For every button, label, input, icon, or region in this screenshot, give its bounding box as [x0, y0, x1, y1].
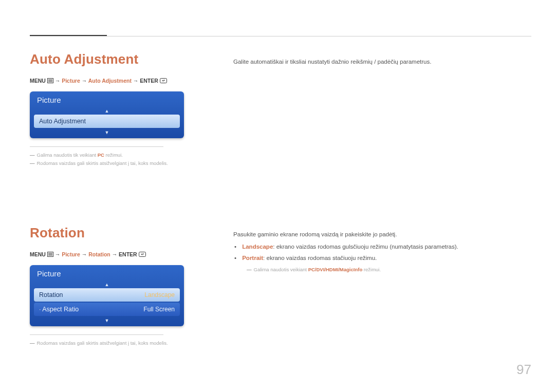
footnote-text-post: režimui. — [104, 152, 123, 158]
footnote-model-vary: ―Rodomas vaizdas gali skirtis atsižvelgi… — [30, 159, 205, 167]
list-item-portrait: Portrait: ekrano vaizdas rodomas stačiuo… — [240, 253, 531, 264]
section-rotation-body: Pasukite gaminio ekrane rodomą vaizdą ir… — [233, 229, 531, 274]
osd-item-label: Auto Adjustment — [39, 118, 86, 125]
footnote-model-vary: ―Rodomas vaizdas gali skirtis atsižvelgi… — [30, 339, 205, 347]
section-rotation-left: Rotation MENU → Picture → Rotation → ENT… — [30, 225, 205, 347]
osd-title: Picture — [30, 91, 184, 107]
footnote-rule — [30, 146, 163, 147]
osd-item-label: Rotation — [39, 291, 63, 298]
menu-path-auto-adjustment: MENU → Picture → Auto Adjustment → ENTER — [30, 78, 205, 84]
path-enter-label: ENTER — [119, 251, 137, 257]
path-menu-label: MENU — [30, 78, 46, 84]
osd-scroll-up: ▲ — [30, 281, 184, 287]
footnote-text: Rodomas vaizdas gali skirtis atsižvelgia… — [37, 160, 168, 166]
top-rule-accent — [30, 35, 107, 36]
path-seg-picture: Picture — [62, 78, 80, 84]
osd-title: Picture — [30, 265, 184, 281]
sub-note-modes: ―Galima naudotis veikiant PC/DVI/HDMI/Ma… — [233, 265, 531, 274]
triangle-up-icon: ▲ — [105, 282, 109, 287]
menu-path-rotation: MENU → Picture → Rotation → ENTER — [30, 251, 205, 258]
triangle-up-icon: ▲ — [105, 108, 109, 114]
path-menu-label: MENU — [30, 251, 46, 257]
dash-icon: ― — [30, 340, 35, 346]
section-auto-adjustment-left: Auto Adjustment MENU → Picture → Auto Ad… — [30, 51, 205, 167]
footnote-text: Rodomas vaizdas gali skirtis atsižvelgia… — [37, 340, 168, 346]
osd-item-aspect-ratio: Aspect Ratio Full Screen — [34, 303, 180, 316]
page-root: Auto Adjustment MENU → Picture → Auto Ad… — [0, 0, 555, 392]
osd-item-rotation: Rotation Landscape — [34, 288, 180, 302]
body-text: Galite automatiškai ir tiksliai nustatyt… — [233, 59, 431, 65]
osd-item-auto-adjustment: Auto Adjustment — [34, 115, 180, 128]
dash-icon: ― — [30, 152, 35, 158]
sub-note-highlight: PC/DVI/HDMI/MagicInfo — [308, 267, 363, 272]
osd-item-value: Landscape — [144, 291, 175, 298]
term-portrait-desc: : ekrano vaizdas rodomas stačiuoju režim… — [263, 255, 377, 261]
sub-note-post: režimui. — [362, 267, 381, 272]
footnote-rule — [30, 334, 163, 335]
term-landscape-desc: : ekrano vaizdas rodomas gulsčiuoju reži… — [273, 244, 458, 250]
body-intro: Pasukite gaminio ekrane rodomą vaizdą ir… — [233, 229, 531, 240]
path-seg-picture: Picture — [62, 251, 80, 257]
osd-item-label: Aspect Ratio — [39, 306, 79, 313]
list-item-landscape: Landscape: ekrano vaizdas rodomas gulsči… — [240, 241, 531, 253]
term-landscape: Landscape — [242, 244, 273, 250]
menu-icon — [47, 78, 53, 84]
osd-scroll-down: ▼ — [30, 317, 184, 323]
osd-scroll-up: ▲ — [30, 107, 184, 114]
heading-auto-adjustment: Auto Adjustment — [30, 51, 205, 67]
term-portrait: Portrait — [242, 255, 263, 261]
top-rule — [30, 36, 531, 36]
enter-icon — [139, 252, 146, 258]
path-seg-auto-adjustment: Auto Adjustment — [88, 78, 132, 84]
sub-note-pre: Galima naudotis veikiant — [254, 267, 308, 272]
section-auto-adjustment-body: Galite automatiškai ir tiksliai nustatyt… — [233, 57, 531, 68]
footnote-pc-mode: ―Galima naudotis tik veikiant PC režimui… — [30, 151, 205, 159]
triangle-down-icon: ▼ — [105, 130, 109, 135]
dash-icon: ― — [247, 267, 252, 272]
triangle-down-icon: ▼ — [105, 318, 109, 323]
path-enter-label: ENTER — [140, 78, 158, 84]
heading-rotation: Rotation — [30, 225, 205, 241]
osd-panel-rotation: Picture ▲ Rotation Landscape Aspect Rati… — [30, 265, 184, 326]
dash-icon: ― — [30, 160, 35, 166]
osd-panel-auto-adjustment: Picture ▲ Auto Adjustment ▼ — [30, 91, 184, 138]
osd-scroll-down: ▼ — [30, 129, 184, 135]
footnote-highlight-pc: PC — [98, 152, 104, 158]
menu-icon — [47, 252, 53, 258]
osd-item-value: Full Screen — [143, 306, 175, 313]
enter-icon — [160, 78, 167, 84]
footnote-text-pre: Galima naudotis tik veikiant — [37, 152, 98, 158]
page-number: 97 — [516, 362, 531, 378]
path-seg-rotation: Rotation — [88, 251, 110, 257]
